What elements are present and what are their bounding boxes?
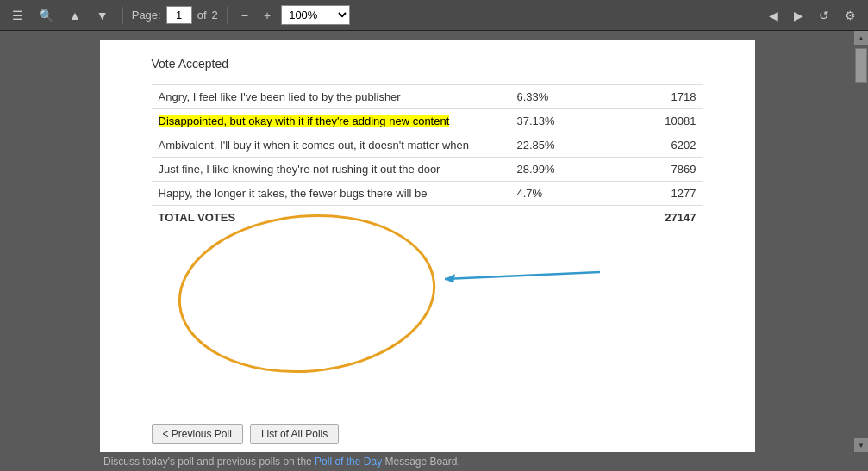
option-text: Just fine, I like knowing they're not ru…: [152, 158, 510, 182]
percent-cell: 37.13%: [510, 109, 593, 133]
total-spacer: [510, 206, 593, 230]
scroll-up-button[interactable]: ▲: [64, 5, 86, 26]
votes-cell: 6202: [593, 133, 703, 158]
svg-line-1: [445, 272, 600, 279]
search-button[interactable]: 🔍: [34, 5, 59, 26]
votes-cell: 1718: [593, 85, 703, 109]
prev-page-button[interactable]: ◀: [764, 5, 784, 26]
divider-2: [227, 7, 228, 24]
zoom-out-button[interactable]: −: [236, 5, 253, 26]
total-label: TOTAL VOTES: [152, 206, 510, 230]
scrollbar-up-button[interactable]: ▲: [854, 31, 868, 45]
list-of-polls-button[interactable]: List of All Polls: [250, 424, 339, 444]
bottom-strip: Discuss today's poll and previous polls …: [0, 452, 868, 471]
page-separator: of: [197, 9, 207, 22]
votes-cell: 7869: [593, 158, 703, 182]
bottom-nav: < Previous Poll List of All Polls: [152, 424, 340, 444]
svg-marker-2: [445, 274, 455, 283]
toolbar-right: ◀ ▶ ↺ ⚙: [764, 5, 861, 26]
doc-container: Vote Accepted Angry, I feel like I've be…: [0, 31, 854, 452]
vote-title: Vote Accepted: [152, 57, 703, 71]
previous-poll-button[interactable]: < Previous Poll: [152, 424, 243, 444]
table-row: Ambivalent, I'll buy it when it comes ou…: [152, 133, 703, 158]
option-text: Disappointed, but okay with it if they'r…: [152, 109, 510, 133]
toolbar: ☰ 🔍 ▲ ▼ Page: of 2 − + 100% 75% 125% 150…: [0, 0, 868, 31]
refresh-button[interactable]: ↺: [814, 5, 834, 26]
settings-button[interactable]: ⚙: [840, 5, 861, 26]
table-row: Just fine, I like knowing they're not ru…: [152, 158, 703, 182]
sidebar-toggle-button[interactable]: ☰: [7, 5, 28, 26]
doc-page: Vote Accepted Angry, I feel like I've be…: [100, 40, 755, 452]
poll-table: Angry, I feel like I've been lied to by …: [152, 84, 703, 229]
total-row: TOTAL VOTES 27147: [152, 206, 703, 230]
table-row: Happy, the longer it takes, the fewer bu…: [152, 182, 703, 206]
scroll-down-button[interactable]: ▼: [91, 5, 114, 26]
option-text: Angry, I feel like I've been lied to by …: [152, 85, 510, 109]
scrollbar-track: ▲ ▼: [854, 31, 868, 452]
percent-cell: 28.99%: [510, 158, 593, 182]
scrollbar-down-button[interactable]: ▼: [854, 438, 868, 452]
zoom-in-button[interactable]: +: [259, 5, 276, 26]
table-row: Angry, I feel like I've been lied to by …: [152, 85, 703, 109]
divider-1: [122, 7, 123, 24]
bottom-text2: Message Board.: [382, 456, 460, 468]
poll-of-the-day-link[interactable]: Poll of the Day: [315, 456, 382, 468]
scrollbar-thumb[interactable]: [855, 48, 867, 83]
svg-point-0: [172, 205, 440, 381]
page-total: 2: [212, 9, 218, 22]
table-row: Disappointed, but okay with it if they'r…: [152, 109, 703, 133]
next-page-button[interactable]: ▶: [789, 5, 809, 26]
option-text: Happy, the longer it takes, the fewer bu…: [152, 182, 510, 206]
votes-cell: 1277: [593, 182, 703, 206]
page-label: Page:: [132, 9, 161, 22]
page-number-input[interactable]: [166, 6, 192, 24]
percent-cell: 6.33%: [510, 85, 593, 109]
percent-cell: 4.7%: [510, 182, 593, 206]
zoom-select[interactable]: 100% 75% 125% 150%: [281, 5, 350, 25]
total-votes: 27147: [593, 206, 703, 230]
bottom-text: Discuss today's poll and previous polls …: [103, 456, 315, 468]
highlighted-text: Disappointed, but okay with it if they'r…: [159, 115, 450, 127]
votes-cell: 10081: [593, 109, 703, 133]
main-area: Vote Accepted Angry, I feel like I've be…: [0, 31, 868, 452]
percent-cell: 22.85%: [510, 133, 593, 158]
option-text: Ambivalent, I'll buy it when it comes ou…: [152, 133, 510, 158]
